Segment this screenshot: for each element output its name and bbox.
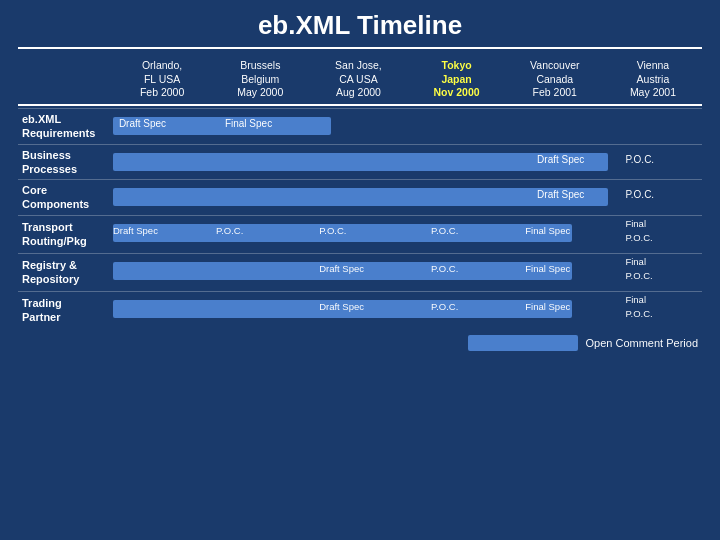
- legend-bar: [468, 335, 578, 351]
- row-content-transport: Draft Spec P.O.C. P.O.C. P.O.C. Final Sp…: [113, 216, 702, 253]
- header-col-brussels: BrusselsBelgiumMay 2000: [211, 59, 309, 100]
- label-poc4-transport: P.O.C.: [625, 232, 652, 243]
- label-draftspec-trading: Draft Spec: [319, 301, 364, 312]
- label-draftspec-transport: Draft Spec: [113, 225, 158, 236]
- label-poc1-transport: P.O.C.: [216, 225, 243, 236]
- row-registry: Registry &Repository Draft Spec P.O.C. F…: [18, 253, 702, 291]
- row-content-business: Draft Spec P.O.C.: [113, 145, 702, 180]
- page: eb.XML Timeline Orlando,FL USAFeb 2000 B…: [0, 0, 720, 540]
- page-title: eb.XML Timeline: [18, 10, 702, 49]
- row-ebxml-requirements: eb.XMLRequirements Draft Spec Final Spec: [18, 108, 702, 144]
- header-col-orlando: Orlando,FL USAFeb 2000: [113, 59, 211, 100]
- label-finalspec-trading: Final Spec: [525, 301, 570, 312]
- label-poc-business: P.O.C.: [625, 154, 654, 165]
- header-col-vienna: ViennaAustriaMay 2001: [604, 59, 702, 100]
- row-label-core: CoreComponents: [18, 180, 113, 215]
- label-draftspec-business: Draft Spec: [537, 154, 584, 165]
- row-transport: TransportRouting/Pkg Draft Spec P.O.C. P…: [18, 215, 702, 253]
- label-finalspec-transport: Final Spec: [525, 225, 570, 236]
- row-core-components: CoreComponents Draft Spec P.O.C.: [18, 179, 702, 215]
- header-col-vancouver: VancouverCanadaFeb 2001: [506, 59, 604, 100]
- header-col-sanjose: San Jose,CA USAAug 2000: [309, 59, 407, 100]
- label-poc2-transport: P.O.C.: [319, 225, 346, 236]
- label-poc2-trading: P.O.C.: [625, 308, 652, 319]
- row-content-registry: Draft Spec P.O.C. Final Spec Final P.O.C…: [113, 254, 702, 291]
- row-content-core: Draft Spec P.O.C.: [113, 180, 702, 215]
- bar-business: [113, 153, 608, 171]
- row-label-business: BusinessProcesses: [18, 145, 113, 180]
- row-label-ebxml: eb.XMLRequirements: [18, 109, 113, 144]
- label-poc-core: P.O.C.: [625, 189, 654, 200]
- row-label-registry: Registry &Repository: [18, 254, 113, 291]
- label-draftspec-ebxml: Draft Spec: [119, 118, 166, 129]
- bar-core: [113, 188, 608, 206]
- label-draftspec-core: Draft Spec: [537, 189, 584, 200]
- header-col-tokyo: TokyoJapanNov 2000: [408, 59, 506, 100]
- legend-text: Open Comment Period: [586, 337, 699, 349]
- label-poc3-transport: P.O.C.: [431, 225, 458, 236]
- label-poc-registry: P.O.C.: [431, 263, 458, 274]
- label-final-trading: Final: [625, 294, 646, 305]
- row-trading-partner: TradingPartner Draft Spec P.O.C. Final S…: [18, 291, 702, 329]
- row-label-transport: TransportRouting/Pkg: [18, 216, 113, 253]
- label-poc-trading: P.O.C.: [431, 301, 458, 312]
- row-content-trading: Draft Spec P.O.C. Final Spec Final P.O.C…: [113, 292, 702, 329]
- legend-row: Open Comment Period: [18, 335, 702, 351]
- label-draftspec-registry: Draft Spec: [319, 263, 364, 274]
- row-content-ebxml: Draft Spec Final Spec: [113, 109, 702, 144]
- label-finalspec-ebxml: Final Spec: [225, 118, 272, 129]
- label-final-transport: Final: [625, 218, 646, 229]
- label-poc2-registry: P.O.C.: [625, 270, 652, 281]
- label-finalspec-registry: Final Spec: [525, 263, 570, 274]
- label-final-registry: Final: [625, 256, 646, 267]
- row-business-processes: BusinessProcesses Draft Spec P.O.C.: [18, 144, 702, 180]
- header: Orlando,FL USAFeb 2000 BrusselsBelgiumMa…: [18, 59, 702, 106]
- row-label-trading: TradingPartner: [18, 292, 113, 329]
- header-cols: Orlando,FL USAFeb 2000 BrusselsBelgiumMa…: [113, 59, 702, 100]
